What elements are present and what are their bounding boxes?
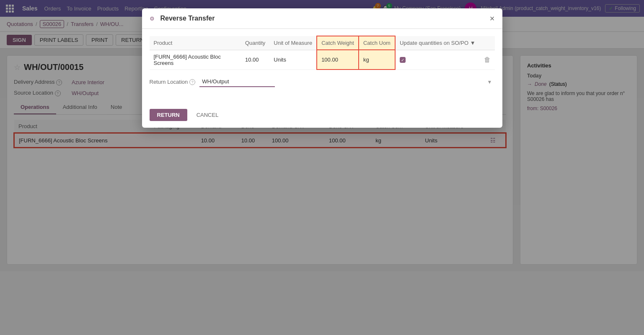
dialog-body: Product Quantity Unit of Measure Catch W… [142, 29, 502, 104]
dialog-footer: RETURN CANCEL [142, 104, 502, 128]
dialog-cell-product: [FURN_6666] Acoustic Bloc Screens [150, 50, 241, 70]
dialog-close-button[interactable]: × [490, 14, 495, 23]
dialog-cell-delete: 🗑 [480, 50, 495, 70]
dialog-cancel-button[interactable]: CANCEL [191, 109, 225, 121]
dialog-cell-unit: Units [269, 50, 317, 70]
delete-row-button[interactable]: 🗑 [484, 56, 491, 64]
dialog-table-row: [FURN_6666] Acoustic Bloc Screens 10.00 … [150, 50, 495, 70]
dialog-col-unit: Unit of Measure [269, 36, 317, 50]
select-arrow-icon: ▼ [487, 79, 492, 85]
dialog-cell-catch-weight: 100.00 [317, 50, 359, 70]
reverse-transfer-dialog: ⚙ Reverse Transfer × Product Quantity Un… [142, 8, 502, 128]
dialog-col-catch-weight: Catch Weight [317, 36, 359, 50]
return-location-help-icon[interactable]: ? [189, 79, 195, 85]
return-location-input[interactable] [199, 77, 275, 87]
dialog-table: Product Quantity Unit of Measure Catch W… [150, 36, 495, 70]
dialog-cell-catch-uom: kg [359, 50, 395, 70]
modal-overlay: ⚙ Reverse Transfer × Product Quantity Un… [0, 0, 644, 335]
dialog-title: Reverse Transfer [160, 15, 215, 22]
dialog-cell-quantity: 10.00 [241, 50, 269, 70]
dialog-cell-update [395, 50, 480, 70]
dialog-col-update: Update quantities on SO/PO ▼ [395, 36, 480, 50]
return-location-label: Return Location ? [150, 79, 196, 85]
dialog-col-product: Product [150, 36, 241, 50]
return-location-select-wrapper: ▼ [199, 77, 494, 87]
update-checkbox[interactable] [400, 57, 406, 63]
col-dropdown-icon[interactable]: ▼ [470, 40, 476, 46]
dialog-col-delete [480, 36, 495, 50]
dialog-bug-icon: ⚙ [150, 15, 155, 22]
dialog-return-button[interactable]: RETURN [150, 109, 187, 121]
dialog-header: ⚙ Reverse Transfer × [142, 8, 502, 29]
dialog-col-catch-uom: Catch Uom [359, 36, 395, 50]
dialog-col-quantity: Quantity [241, 36, 269, 50]
return-location-row: Return Location ? ▼ [150, 77, 495, 90]
